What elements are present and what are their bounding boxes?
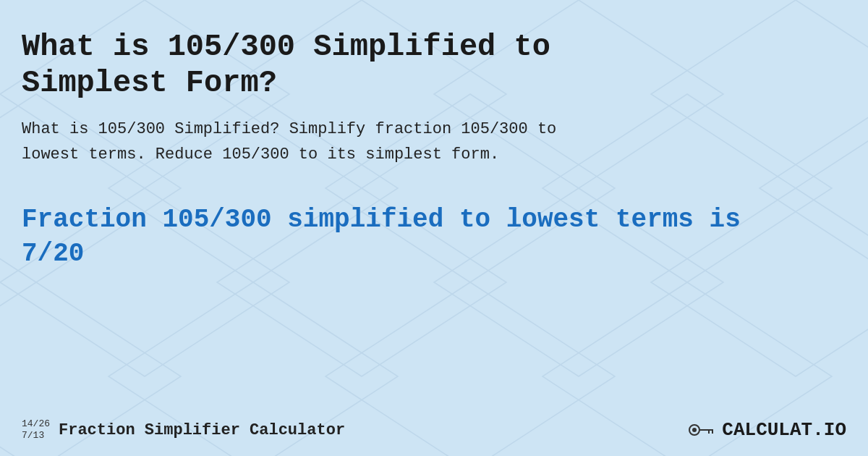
footer-left: 14/26 7/13 Fraction Simplifier Calculato… [22, 418, 345, 441]
footer-logo[interactable]: CALCULAT.IO [687, 418, 846, 442]
fraction-bottom: 7/13 [22, 430, 50, 442]
footer-fraction: 14/26 7/13 [22, 418, 50, 441]
svg-point-26 [692, 428, 697, 432]
fraction-top: 14/26 [22, 418, 50, 430]
result-heading: Fraction 105/300 simplified to lowest te… [22, 203, 817, 271]
footer: 14/26 7/13 Fraction Simplifier Calculato… [0, 418, 868, 442]
page-description: What is 105/300 Simplified? Simplify fra… [22, 117, 571, 167]
logo-text: CALCULAT.IO [722, 419, 846, 441]
site-title: Fraction Simplifier Calculator [59, 421, 345, 439]
page-title: What is 105/300 Simplified to Simplest F… [22, 29, 673, 102]
logo-icon [687, 418, 716, 442]
